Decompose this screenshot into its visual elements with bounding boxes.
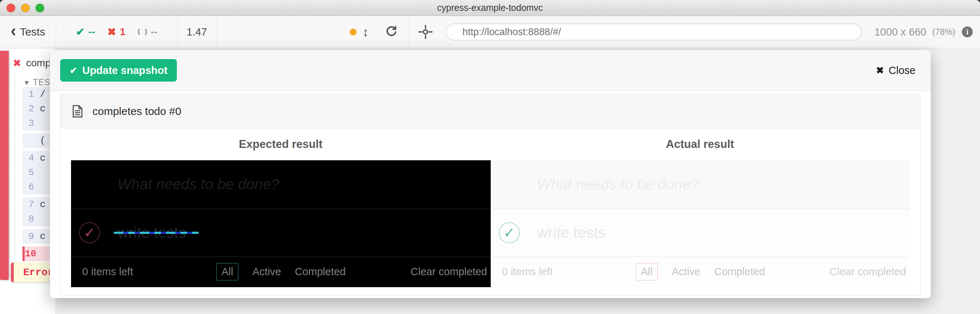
selector-playground-button[interactable] (418, 25, 433, 39)
refresh-icon (385, 25, 398, 39)
cypress-runner-window: cypress-example-todomvc ‹ Tests ✔ -- ✖ 1… (0, 0, 980, 314)
snapshot-comparison-box: completes todo #0 Expected result Actual… (60, 94, 921, 295)
close-button[interactable]: ✖ Close (876, 65, 915, 77)
viewport-info: 1000 x 660 (78%) i (874, 26, 973, 38)
viewport-controls: ↕ http://localhost:8888/#/ 1000 x 660 (7 (216, 16, 980, 48)
line-code: ( (40, 135, 46, 146)
line-number: 6 (22, 182, 40, 193)
pending-count: -- (151, 26, 158, 38)
toggle-check-icon: ✓ (84, 225, 95, 241)
line-code: c (40, 153, 46, 164)
back-to-tests-button[interactable]: ‹ Tests (0, 16, 56, 48)
line-code: c (40, 231, 46, 242)
todo-filters: All Active Completed (635, 257, 765, 287)
dialog-body: completes todo #0 Expected result Actual… (60, 91, 921, 298)
line-number: 4 (22, 153, 40, 164)
test-stats: ✔ -- ✖ 1 -- (56, 16, 178, 48)
check-icon: ✔ (76, 26, 84, 38)
line-number: 7 (22, 199, 40, 210)
stat-failed: ✖ 1 (107, 26, 126, 38)
line-number: 1 (22, 89, 40, 100)
failed-test-title: compl (26, 57, 53, 69)
todo-footer: 0 items left All Active Completed Clear … (491, 257, 910, 287)
test-body-section[interactable]: ▾ TES (25, 78, 50, 88)
todo-input-placeholder: What needs to be done? (118, 176, 280, 193)
update-snapshot-button[interactable]: ✔ Update snapshot (60, 59, 177, 81)
comparison-headings: Expected result Actual result (71, 128, 910, 160)
line-number: 10 (25, 249, 42, 259)
resize-vertical-icon: ↕ (363, 25, 369, 39)
reporter-sidebar: ✖ compl ▾ TES 1/ 2c 3 ( 4c 5 6 7c 8 (0, 49, 55, 314)
line-number: 8 (22, 214, 40, 225)
test-duration: 1.47 (178, 16, 216, 48)
todo-input-row: What needs to be done? (71, 160, 491, 209)
crosshair-icon (418, 25, 433, 39)
window-titlebar: cypress-example-todomvc (0, 0, 980, 16)
expected-snapshot-image: What needs to be done? ✓ write tests 0 (71, 160, 491, 287)
clear-completed-label: Clear completed (410, 257, 487, 287)
line-number: 3 (22, 118, 40, 129)
line-number: 9 (22, 231, 40, 242)
snapshot-test-header: completes todo #0 (60, 94, 920, 128)
clear-completed-label: Clear completed (830, 257, 906, 287)
pending-circle-icon (138, 27, 147, 37)
close-label: Close (889, 65, 915, 77)
passed-count: -- (88, 26, 95, 38)
url-text: http://localhost:8888/#/ (463, 27, 561, 38)
viewport-size: 1000 x 660 (874, 26, 926, 38)
line-code: / (40, 89, 46, 100)
dialog-header: ✔ Update snapshot ✖ Close (50, 50, 931, 91)
failed-test-row[interactable]: ✖ compl (13, 57, 53, 69)
info-icon[interactable]: i (962, 27, 973, 37)
error-box: Error: (11, 263, 55, 282)
runner-toolbar: ‹ Tests ✔ -- ✖ 1 -- 1.47 ↕ (0, 16, 980, 48)
viewport-scale: (78%) (932, 27, 955, 37)
filter-all: All (216, 263, 239, 281)
stat-pending: -- (138, 26, 158, 38)
fail-x-icon: ✖ (13, 57, 21, 69)
failed-count: 1 (120, 26, 126, 38)
check-icon: ✔ (70, 65, 77, 76)
todo-footer: 0 items left All Active Completed Clear … (71, 257, 491, 287)
snapshot-diff-dialog: ✔ Update snapshot ✖ Close completes todo… (50, 50, 931, 298)
close-x-icon: ✖ (876, 65, 884, 76)
line-number: 2 (22, 104, 40, 114)
x-icon: ✖ (107, 26, 116, 38)
filter-completed: Completed (714, 266, 765, 278)
line-code: c (40, 199, 46, 210)
comparison-images: What needs to be done? ✓ write tests 0 (71, 160, 910, 287)
close-window-icon[interactable] (6, 4, 15, 12)
todo-input-row: What needs to be done? (491, 160, 910, 209)
chevron-left-icon: ‹ (11, 22, 16, 39)
snapshot-test-name: completes todo #0 (92, 105, 181, 118)
caret-down-icon: ▾ (25, 78, 29, 88)
window-title: cypress-example-todomvc (437, 3, 543, 13)
toolbar-divider (409, 16, 409, 48)
todo-label: write tests (537, 209, 606, 257)
tests-label: Tests (20, 26, 45, 38)
update-snapshot-label: Update snapshot (82, 65, 167, 77)
toggle-check-icon: ✓ (503, 225, 515, 241)
stat-passed: ✔ -- (76, 26, 95, 38)
line-code: c (40, 104, 46, 114)
section-label: TES (33, 78, 50, 88)
indent-guide (14, 74, 15, 281)
minimize-window-icon[interactable] (21, 4, 30, 12)
line-number: 5 (22, 167, 40, 178)
todo-filters: All Active Completed (216, 257, 345, 287)
todo-item-row: ✓ write tests (491, 209, 910, 257)
diff-strikethrough-highlight (114, 232, 199, 234)
items-left-label: 0 items left (502, 257, 553, 287)
failed-test-bar (0, 51, 9, 280)
traffic-lights (6, 4, 44, 12)
actual-heading: Actual result (490, 138, 910, 151)
filter-completed: Completed (295, 266, 345, 278)
todo-toggle-icon: ✓ (499, 222, 520, 243)
items-left-label: 0 items left (82, 257, 133, 287)
zoom-window-icon[interactable] (35, 4, 44, 12)
filter-active: Active (672, 266, 700, 278)
refresh-button[interactable] (385, 25, 398, 39)
filter-all: All (635, 263, 658, 281)
document-icon (72, 105, 83, 118)
url-input[interactable]: http://localhost:8888/#/ (446, 23, 862, 41)
